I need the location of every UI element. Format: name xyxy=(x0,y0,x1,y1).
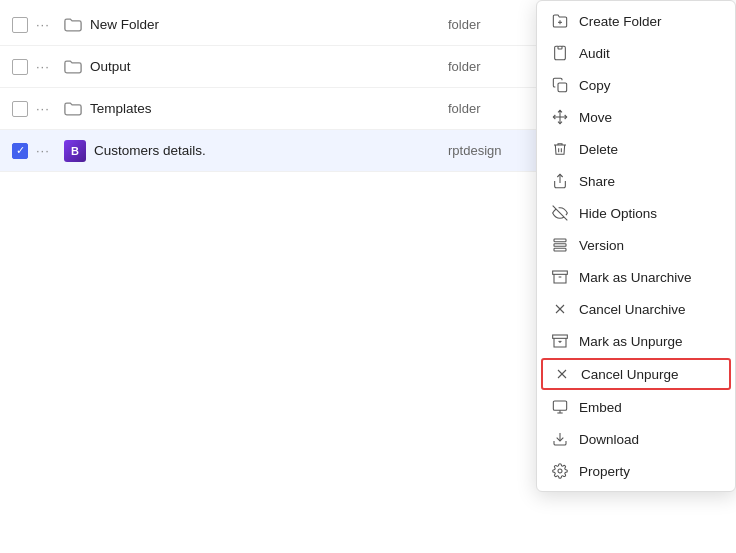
row-options-menu[interactable]: ··· xyxy=(36,143,56,158)
row-options-menu[interactable]: ··· xyxy=(36,101,56,116)
menu-label: Cancel Unpurge xyxy=(581,367,679,382)
table-row[interactable]: ··· Output folder xyxy=(0,46,560,88)
menu-label: Hide Options xyxy=(579,206,657,221)
menu-item-property[interactable]: Property xyxy=(537,455,735,487)
context-menu: Create Folder Audit Copy Move Delete Sha… xyxy=(536,0,736,492)
menu-item-download[interactable]: Download xyxy=(537,423,735,455)
menu-label: Move xyxy=(579,110,612,125)
menu-item-hide-options[interactable]: Hide Options xyxy=(537,197,735,229)
menu-item-version[interactable]: Version xyxy=(537,229,735,261)
menu-label: Version xyxy=(579,238,624,253)
file-type: folder xyxy=(448,101,548,116)
svg-rect-11 xyxy=(553,271,568,274)
row-options-menu[interactable]: ··· xyxy=(36,17,56,32)
file-b-icon: B xyxy=(64,140,86,162)
folder-icon xyxy=(64,101,82,116)
menu-item-move[interactable]: Move xyxy=(537,101,735,133)
menu-label: Mark as Unarchive xyxy=(579,270,692,285)
row-checkbox[interactable] xyxy=(12,101,28,117)
menu-label: Cancel Unarchive xyxy=(579,302,686,317)
row-checkbox[interactable] xyxy=(12,17,28,33)
table-row[interactable]: ··· B Customers details. rptdesign xyxy=(0,130,560,172)
copy-icon xyxy=(551,76,569,94)
x-cancel-icon xyxy=(553,365,571,383)
file-name: New Folder xyxy=(90,17,440,32)
menu-item-embed[interactable]: Embed xyxy=(537,391,735,423)
folder-icon xyxy=(64,59,82,74)
x-icon xyxy=(551,300,569,318)
share-icon xyxy=(551,172,569,190)
clipboard-icon xyxy=(551,44,569,62)
menu-item-delete[interactable]: Delete xyxy=(537,133,735,165)
folder-plus-icon xyxy=(551,12,569,30)
menu-item-audit[interactable]: Audit xyxy=(537,37,735,69)
table-row[interactable]: ··· New Folder folder xyxy=(0,4,560,46)
version-icon xyxy=(551,236,569,254)
row-checkbox[interactable] xyxy=(12,143,28,159)
folder-icon xyxy=(64,17,82,32)
menu-label: Create Folder xyxy=(579,14,662,29)
file-type: rptdesign xyxy=(448,143,548,158)
svg-rect-15 xyxy=(553,335,568,338)
table-row[interactable]: ··· Templates folder xyxy=(0,88,560,130)
menu-item-copy[interactable]: Copy xyxy=(537,69,735,101)
embed-icon xyxy=(551,398,569,416)
file-name: Templates xyxy=(90,101,440,116)
svg-rect-18 xyxy=(553,401,566,410)
menu-item-share[interactable]: Share xyxy=(537,165,735,197)
download-icon xyxy=(551,430,569,448)
menu-item-cancel-unpurge[interactable]: Cancel Unpurge xyxy=(541,358,731,390)
menu-label: Property xyxy=(579,464,630,479)
menu-label: Download xyxy=(579,432,639,447)
svg-rect-9 xyxy=(554,244,566,247)
trash-icon xyxy=(551,140,569,158)
menu-item-mark-unarchive[interactable]: Mark as Unarchive xyxy=(537,261,735,293)
menu-label: Delete xyxy=(579,142,618,157)
menu-item-mark-unpurge[interactable]: Mark as Unpurge xyxy=(537,325,735,357)
file-name: Customers details. xyxy=(94,143,440,158)
move-icon xyxy=(551,108,569,126)
archive-icon xyxy=(551,268,569,286)
menu-label: Mark as Unpurge xyxy=(579,334,683,349)
archive2-icon xyxy=(551,332,569,350)
eye-off-icon xyxy=(551,204,569,222)
svg-rect-8 xyxy=(554,239,566,242)
menu-label: Embed xyxy=(579,400,622,415)
file-name: Output xyxy=(90,59,440,74)
file-type: folder xyxy=(448,17,548,32)
menu-label: Audit xyxy=(579,46,610,61)
svg-rect-10 xyxy=(554,248,566,251)
menu-label: Share xyxy=(579,174,615,189)
menu-label: Copy xyxy=(579,78,611,93)
gear-icon xyxy=(551,462,569,480)
row-checkbox[interactable] xyxy=(12,59,28,75)
menu-item-create-folder[interactable]: Create Folder xyxy=(537,5,735,37)
svg-point-22 xyxy=(558,469,562,473)
row-options-menu[interactable]: ··· xyxy=(36,59,56,74)
svg-rect-2 xyxy=(558,46,562,49)
file-list: ··· New Folder folder ··· Output folder … xyxy=(0,0,560,172)
file-type: folder xyxy=(448,59,548,74)
svg-rect-3 xyxy=(558,83,567,92)
menu-item-cancel-unarchive[interactable]: Cancel Unarchive xyxy=(537,293,735,325)
